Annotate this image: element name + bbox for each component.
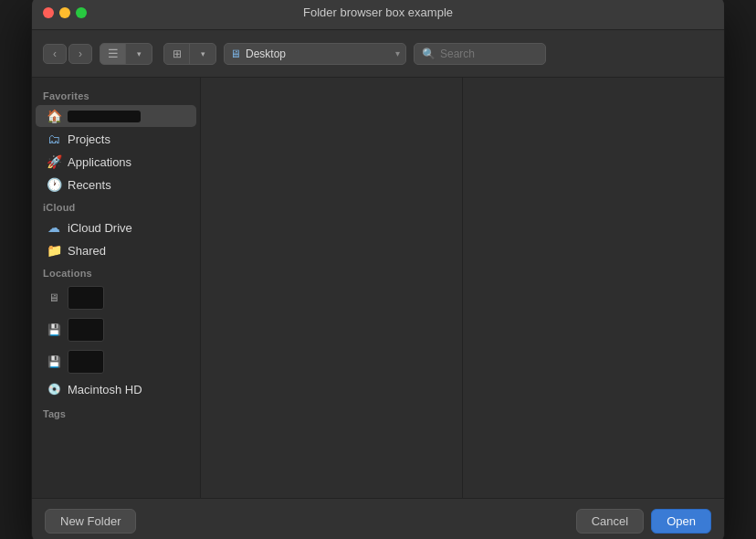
- grid-icon: ⊞: [173, 48, 182, 60]
- cancel-button[interactable]: Cancel: [576, 509, 644, 534]
- favorites-section-label: Favorites: [32, 85, 200, 104]
- sidebar-item-icloud-drive[interactable]: ☁ iCloud Drive: [36, 217, 196, 238]
- loc3-thumbnail: [68, 350, 104, 374]
- macintosh-hd-icon: 💿: [47, 382, 61, 396]
- sidebar-item-loc1[interactable]: 🖥: [36, 282, 196, 313]
- sidebar-item-shared[interactable]: 📁 Shared: [36, 239, 196, 261]
- home-icon: 🏠: [47, 109, 61, 123]
- macintosh-hd-label: Macintosh HD: [68, 383, 142, 396]
- grid-chevron-button[interactable]: ▾: [190, 44, 215, 64]
- file-column-1[interactable]: [201, 78, 463, 498]
- icloud-drive-icon: ☁: [47, 220, 61, 235]
- column-view-button[interactable]: ☰: [100, 44, 126, 64]
- projects-icon: 🗂: [47, 132, 61, 146]
- file-column-2[interactable]: [463, 78, 724, 498]
- view-buttons-columns: ☰ ▾: [100, 43, 152, 65]
- window: Folder browser box example ‹ › ☰ ▾: [31, 0, 725, 539]
- window-title: Folder browser box example: [303, 5, 453, 19]
- sidebar-item-recents[interactable]: 🕐 Recents: [36, 174, 196, 196]
- columns-icon: ☰: [108, 47, 119, 60]
- locations-section-label: Locations: [32, 262, 200, 281]
- projects-label: Projects: [68, 132, 110, 146]
- titlebar: Folder browser box example: [32, 0, 724, 30]
- traffic-lights: [43, 7, 87, 18]
- sidebar-item-macintosh-hd[interactable]: 💿 Macintosh HD: [36, 378, 196, 400]
- chevron-down-icon-2: ▾: [201, 49, 205, 58]
- file-browser-area: [201, 78, 724, 498]
- icloud-drive-label: iCloud Drive: [68, 221, 132, 235]
- view-buttons-grid: ⊞ ▾: [163, 43, 216, 65]
- forward-icon: ›: [79, 48, 82, 60]
- new-folder-button[interactable]: New Folder: [45, 509, 136, 534]
- search-bar: 🔍: [414, 43, 546, 65]
- minimize-button[interactable]: [59, 7, 70, 18]
- icloud-section-label: iCloud: [32, 196, 200, 216]
- back-button[interactable]: ‹: [43, 44, 67, 64]
- recents-icon: 🕐: [47, 177, 61, 192]
- grid-view-button[interactable]: ⊞: [164, 44, 190, 64]
- open-button[interactable]: Open: [651, 509, 711, 534]
- back-icon: ‹: [53, 48, 57, 60]
- loc1-thumbnail: [68, 286, 104, 310]
- recents-label: Recents: [68, 178, 111, 192]
- chevron-down-icon: ▾: [137, 49, 142, 58]
- sidebar-item-projects[interactable]: 🗂 Projects: [36, 128, 196, 150]
- nav-buttons: ‹ ›: [43, 44, 92, 64]
- sidebar-item-loc2[interactable]: 💾: [36, 314, 196, 345]
- location-chevron-icon: ▾: [395, 48, 400, 58]
- forward-button[interactable]: ›: [68, 44, 92, 64]
- toolbar: ‹ › ☰ ▾ ⊞ ▾: [32, 30, 724, 78]
- action-buttons: Cancel Open: [576, 509, 711, 534]
- drive-icon-3: 💾: [47, 354, 61, 369]
- bottom-bar: New Folder Cancel Open: [32, 498, 724, 539]
- tags-section-label: Tags: [32, 401, 200, 422]
- sidebar-item-loc3[interactable]: 💾: [36, 346, 196, 377]
- drive-icon-2: 💾: [47, 322, 61, 337]
- shared-icon: 📁: [47, 243, 61, 258]
- sidebar-item-home[interactable]: 🏠: [36, 105, 196, 127]
- shared-label: Shared: [68, 244, 106, 258]
- search-icon: 🔍: [422, 48, 436, 60]
- sidebar-item-applications[interactable]: 🚀 Applications: [36, 151, 196, 173]
- location-bar[interactable]: 🖥 Desktop ▾: [224, 43, 406, 65]
- applications-icon: 🚀: [47, 154, 61, 169]
- home-label-redacted: [68, 111, 141, 122]
- view-chevron-button[interactable]: ▾: [126, 44, 152, 64]
- location-text: Desktop: [246, 48, 391, 60]
- main-content: Favorites 🏠 🗂 Projects 🚀 Applications 🕐 …: [32, 78, 724, 498]
- search-input[interactable]: [440, 48, 538, 60]
- maximize-button[interactable]: [76, 7, 87, 18]
- monitor-icon: 🖥: [47, 291, 61, 305]
- loc2-thumbnail: [68, 318, 104, 342]
- close-button[interactable]: [43, 7, 54, 18]
- sidebar: Favorites 🏠 🗂 Projects 🚀 Applications 🕐 …: [32, 78, 201, 498]
- applications-label: Applications: [68, 155, 131, 169]
- folder-icon: 🖥: [230, 48, 241, 60]
